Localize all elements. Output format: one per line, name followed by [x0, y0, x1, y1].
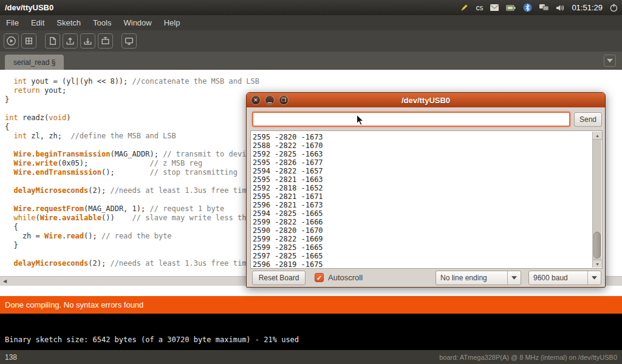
serial-window-title: /dev/ttyUSB0 [247, 96, 605, 105]
serial-monitor-controls: Reset Board ✓ Autoscroll No line ending … [247, 270, 605, 286]
tab-serial-read[interactable]: serial_read § [5, 55, 64, 70]
system-tray: cs 01:51:29 [460, 3, 618, 12]
line-ending-value: No line ending [436, 271, 507, 285]
status-bar: Done compiling. No syntax errors found [0, 296, 622, 314]
mail-icon[interactable] [490, 4, 499, 12]
serial-monitor-window: /dev/ttyUSB0 ✕ ▁ ❐ Send 2595 -2820 -1673… [246, 92, 606, 288]
serial-send-input[interactable] [252, 112, 570, 127]
board-info: board: ATmega328P(A) @ 8 MHz (internal) … [439, 354, 617, 361]
scroll-down-arrow-icon[interactable]: ▼ [593, 260, 602, 268]
serial-monitor-button[interactable] [121, 33, 137, 49]
status-message: Done compiling. No syntax errors found [5, 300, 143, 309]
maximize-button[interactable]: ❐ [279, 95, 289, 105]
console-output: Binary sketch size: 6542 bytes (of a 307… [5, 335, 299, 344]
menu-tools[interactable]: Tools [87, 15, 117, 30]
tab-menu-button[interactable] [604, 55, 616, 67]
scroll-left-arrow-icon[interactable]: ◀ [0, 277, 10, 286]
tab-bar: serial_read § [0, 52, 622, 70]
minimize-button[interactable]: ▁ [265, 95, 275, 105]
reset-board-button[interactable]: Reset Board [252, 271, 306, 285]
export-button[interactable] [98, 33, 113, 49]
mouse-cursor [355, 114, 365, 126]
send-button[interactable]: Send [574, 112, 602, 127]
tab-label: serial_read § [13, 58, 55, 67]
network-icon[interactable] [539, 4, 549, 12]
menu-window[interactable]: Window [117, 15, 157, 30]
menu-file[interactable]: File [0, 15, 25, 30]
keyboard-indicator-icon[interactable] [460, 3, 469, 12]
top-panel: /dev/ttyUSB0 cs 01:51:29 [0, 0, 622, 15]
baud-rate-value: 9600 baud [529, 271, 587, 285]
serial-output[interactable]: 2595 -2820 -16732588 -2822 -16702592 -28… [251, 131, 592, 268]
autoscroll-label: Autoscroll [328, 273, 363, 282]
serial-vertical-scrollbar[interactable]: ▲ ▼ [592, 132, 601, 268]
open-button[interactable] [63, 33, 78, 49]
arduino-ide-screen: /dev/ttyUSB0 cs 01:51:29 [0, 0, 622, 364]
battery-icon[interactable] [506, 4, 516, 12]
send-button-label: Send [579, 115, 596, 124]
bluetooth-icon[interactable] [523, 3, 532, 12]
build-console: Binary sketch size: 6542 bytes (of a 307… [0, 314, 622, 350]
new-sketch-button[interactable] [45, 33, 60, 49]
line-ending-dropdown[interactable]: No line ending [436, 271, 521, 285]
chevron-down-icon[interactable] [507, 271, 521, 285]
line-number-indicator: 138 [5, 353, 17, 362]
menu-help[interactable]: Help [158, 15, 186, 30]
session-power-icon[interactable] [609, 3, 618, 12]
serial-data-panel: 2595 -2820 -16732588 -2822 -16702592 -28… [250, 130, 603, 269]
active-window-title: /dev/ttyUSB0 [5, 3, 53, 12]
footer-bar: 138 board: ATmega328P(A) @ 8 MHz (intern… [0, 350, 622, 364]
menu-edit[interactable]: Edit [25, 15, 50, 30]
scrollbar-thumb[interactable] [593, 232, 601, 258]
toolbar [0, 30, 622, 52]
baud-rate-dropdown[interactable]: 9600 baud [528, 271, 601, 285]
verify-button[interactable] [4, 33, 19, 49]
serial-window-titlebar[interactable]: /dev/ttyUSB0 ✕ ▁ ❐ [247, 93, 605, 107]
chevron-down-icon[interactable] [587, 271, 601, 285]
menu-sketch[interactable]: Sketch [50, 15, 87, 30]
autoscroll-checkbox[interactable]: ✓ [315, 273, 324, 282]
keyboard-layout-indicator[interactable]: cs [476, 4, 483, 12]
stop-button[interactable] [21, 33, 36, 49]
scroll-up-arrow-icon[interactable]: ▲ [593, 132, 602, 140]
menubar: File Edit Sketch Tools Window Help [0, 15, 622, 30]
reset-board-label: Reset Board [259, 274, 299, 282]
save-button[interactable] [80, 33, 95, 49]
volume-icon[interactable] [556, 4, 565, 12]
clock[interactable]: 01:51:29 [572, 3, 603, 12]
close-button[interactable]: ✕ [251, 95, 261, 105]
